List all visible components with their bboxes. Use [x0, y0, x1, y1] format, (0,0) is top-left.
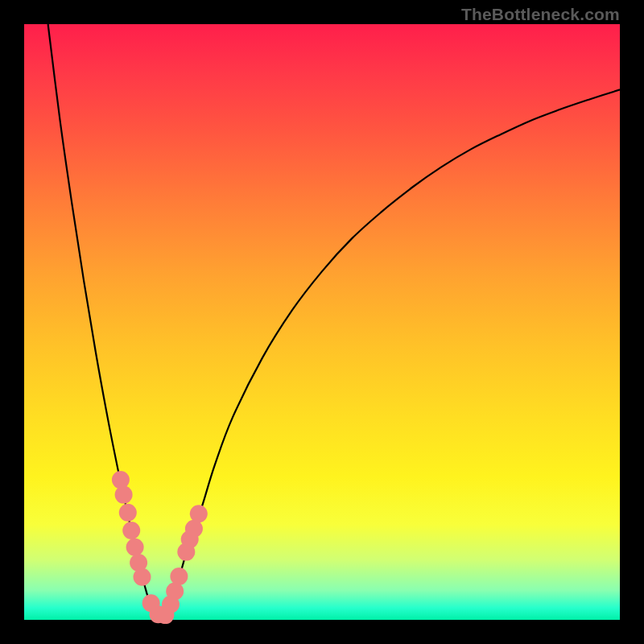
chart-svg — [24, 24, 620, 620]
data-point — [126, 539, 144, 556]
data-point — [134, 568, 151, 586]
data-point — [119, 504, 137, 522]
data-point — [166, 583, 184, 601]
data-point — [115, 486, 133, 504]
data-point — [190, 505, 208, 522]
attribution-text: TheBottleneck.com — [461, 5, 620, 24]
plot-area — [24, 24, 620, 620]
data-point — [122, 522, 140, 539]
data-points-left-group — [112, 471, 167, 623]
data-point — [170, 568, 188, 585]
chart-frame: TheBottleneck.com — [0, 0, 644, 644]
data-point — [112, 471, 130, 489]
bottleneck-curve-right — [161, 89, 620, 617]
bottleneck-curve-left — [48, 24, 162, 618]
